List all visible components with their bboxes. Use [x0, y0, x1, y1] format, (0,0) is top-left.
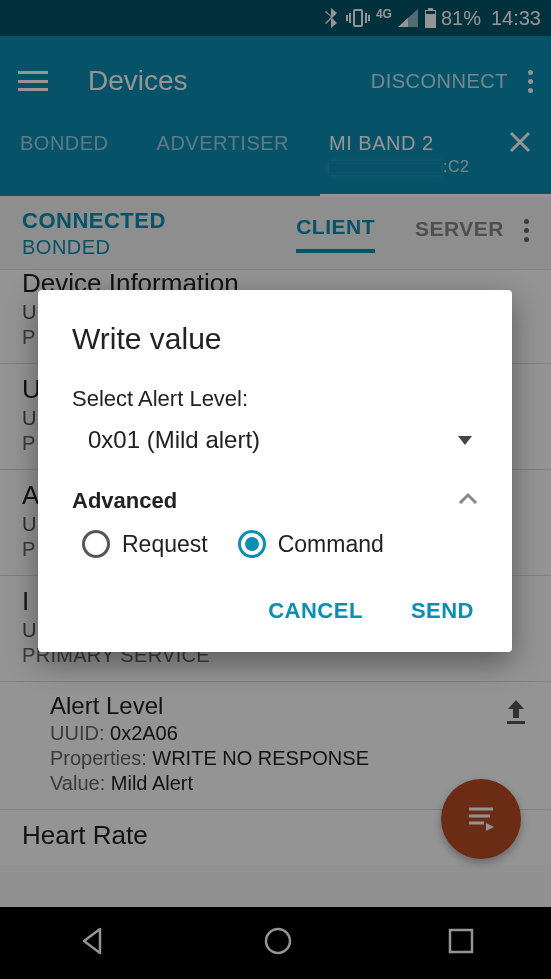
- chevron-down-icon: [458, 436, 472, 445]
- radio-command[interactable]: Command: [238, 530, 384, 558]
- send-button[interactable]: SEND: [407, 590, 478, 632]
- screen-root: 4G 81% 14:33 Devices DISCONNECT BONDED A…: [0, 0, 551, 979]
- radio-request[interactable]: Request: [82, 530, 208, 558]
- radio-command-label: Command: [278, 531, 384, 558]
- chevron-up-icon[interactable]: [458, 492, 478, 510]
- radio-request-label: Request: [122, 531, 208, 558]
- write-value-dialog: Write value Select Alert Level: 0x01 (Mi…: [38, 290, 512, 652]
- cancel-button[interactable]: CANCEL: [264, 590, 367, 632]
- advanced-header[interactable]: Advanced: [72, 488, 177, 514]
- write-type-radios: Request Command: [72, 530, 478, 558]
- alert-level-dropdown[interactable]: 0x01 (Mild alert): [72, 422, 478, 472]
- dialog-title: Write value: [72, 322, 478, 356]
- dropdown-value: 0x01 (Mild alert): [88, 426, 260, 454]
- dialog-select-label: Select Alert Level:: [72, 386, 478, 412]
